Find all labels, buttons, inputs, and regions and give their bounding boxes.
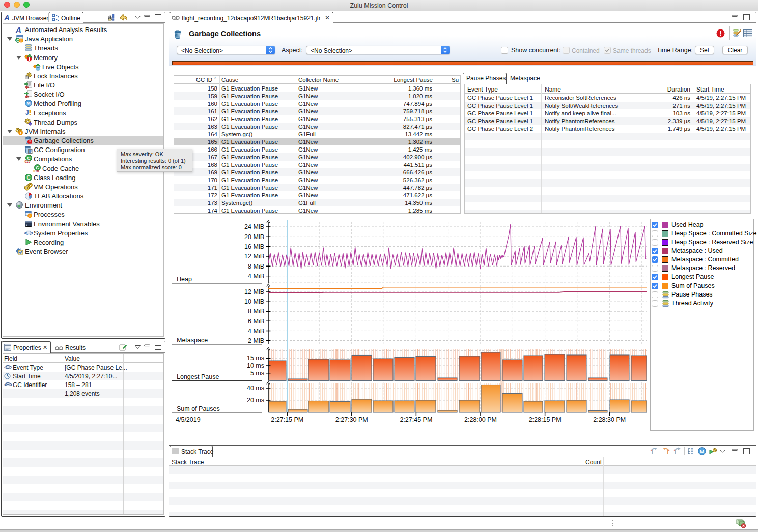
svg-text:2:28:00 PM: 2:28:00 PM (464, 416, 497, 423)
svg-text:C: C (16, 38, 19, 43)
svg-text:2:27:30 PM: 2:27:30 PM (335, 416, 368, 423)
svg-text:8 MiB: 8 MiB (248, 308, 264, 315)
svg-text:Heap: Heap (177, 276, 192, 283)
svg-text:2:28:30 PM: 2:28:30 PM (593, 416, 626, 423)
svg-text:Sum of Pauses: Sum of Pauses (177, 405, 220, 412)
svg-text:6 MiB: 6 MiB (248, 318, 264, 325)
svg-text:i: i (29, 214, 30, 218)
svg-text:12 MiB: 12 MiB (244, 288, 264, 295)
svg-text:15 ms: 15 ms (247, 354, 264, 362)
svg-text:2:27:45 PM: 2:27:45 PM (400, 416, 432, 423)
svg-text:20 MiB: 20 MiB (244, 233, 264, 241)
svg-text:5 ms: 5 ms (250, 370, 264, 377)
svg-text:A: A (4, 13, 10, 21)
svg-text:20 ms: 20 ms (247, 397, 264, 404)
svg-text:010: 010 (25, 160, 31, 163)
svg-text:>: > (10, 365, 12, 370)
svg-text:J: J (25, 109, 29, 116)
svg-text:40 ms: 40 ms (247, 385, 264, 392)
svg-text:10 MiB: 10 MiB (244, 298, 264, 305)
svg-text:>: > (10, 382, 12, 388)
svg-text:2:28:15 PM: 2:28:15 PM (529, 416, 562, 423)
svg-text:i: i (20, 131, 21, 135)
svg-text:16 MiB: 16 MiB (244, 243, 264, 250)
svg-text:C: C (26, 174, 30, 180)
svg-text:Metaspace: Metaspace (177, 337, 208, 344)
svg-text:10 ms: 10 ms (247, 362, 264, 369)
svg-text:i: i (20, 39, 21, 43)
svg-text:12 MiB: 12 MiB (244, 253, 264, 260)
svg-text:2:27:15 PM: 2:27:15 PM (271, 416, 303, 423)
svg-text:Longest Pause: Longest Pause (177, 373, 219, 380)
svg-text:>: > (30, 229, 33, 237)
svg-text:4/5/2019: 4/5/2019 (176, 416, 201, 423)
svg-text:M: M (700, 449, 704, 454)
svg-text:M: M (26, 101, 31, 106)
svg-text:4 MiB: 4 MiB (248, 328, 264, 335)
svg-text:2 MiB: 2 MiB (248, 337, 264, 344)
svg-text:A: A (15, 25, 21, 34)
svg-text:24 MiB: 24 MiB (244, 223, 264, 230)
svg-text:8 MiB: 8 MiB (248, 263, 264, 270)
svg-text:4 MiB: 4 MiB (248, 273, 264, 280)
svg-text:010: 010 (34, 169, 39, 172)
